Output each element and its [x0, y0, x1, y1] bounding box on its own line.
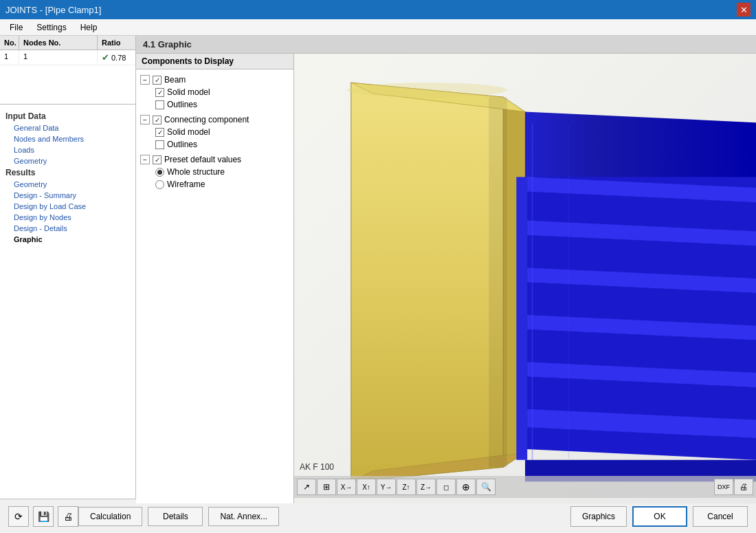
viewport-label: AK F 100: [300, 462, 334, 472]
3d-scene: [294, 54, 756, 503]
nav-design-load-case[interactable]: Design by Load Case: [0, 201, 135, 212]
vp-btn-view5[interactable]: Z→: [416, 479, 436, 495]
vp-btn-select[interactable]: ↗: [297, 479, 316, 495]
close-button[interactable]: ✕: [737, 3, 751, 17]
cancel-button[interactable]: Cancel: [693, 506, 748, 527]
connecting-label: Connecting component: [164, 115, 249, 124]
details-button[interactable]: Details: [148, 507, 203, 526]
components-panel: Components to Display − Beam Solid model: [136, 54, 294, 503]
menu-help[interactable]: Help: [74, 21, 104, 34]
preset-label: Preset default values: [164, 155, 241, 164]
cell-ratio: ✔ 0.78: [98, 50, 135, 65]
bottom-right-buttons: Graphics OK Cancel: [570, 506, 748, 527]
checkbox-connecting[interactable]: [153, 116, 162, 124]
table-row[interactable]: 1 1 ✔ 0.78: [0, 50, 135, 65]
nav-design-summary[interactable]: Design - Summary: [0, 190, 135, 201]
vp-btn-view1[interactable]: X→: [337, 479, 356, 495]
ratio-check-icon: ✔: [102, 52, 109, 63]
vp-btn-grid[interactable]: ⊞: [317, 479, 336, 495]
cell-no: 1: [0, 50, 19, 65]
tree-child-wireframe[interactable]: Wireframe: [139, 178, 291, 191]
vp-btn-view2[interactable]: X↑: [357, 479, 376, 495]
content-area: Components to Display − Beam Solid model: [136, 54, 756, 503]
checkbox-connecting-solid[interactable]: [155, 128, 164, 137]
tree-child-whole-structure[interactable]: Whole structure: [139, 166, 291, 178]
svg-marker-1: [351, 83, 504, 481]
tree-group-preset: − Preset default values Whole structure …: [139, 153, 291, 191]
expand-preset[interactable]: −: [140, 155, 150, 164]
bottom-toolbar: ⟳ 💾 🖨 Calculation Details Nat. Annex... …: [0, 499, 756, 533]
left-panel: No. Nodes No. Ratio 1 1 ✔ 0.78 Input Dat…: [0, 36, 136, 499]
connecting-outlines-label: Outlines: [167, 140, 197, 149]
vp-btn-print[interactable]: 🖨: [734, 479, 753, 495]
panel-title: 4.1 Graphic: [136, 36, 756, 54]
connecting-solid-label: Solid model: [167, 127, 210, 137]
graphics-button[interactable]: Graphics: [570, 506, 627, 527]
col-header-no: No.: [0, 36, 19, 50]
components-title: Components to Display: [136, 54, 293, 69]
save-button[interactable]: 💾: [33, 506, 54, 527]
wireframe-label: Wireframe: [167, 180, 205, 189]
vp-btn-iso[interactable]: ◻: [436, 479, 456, 495]
nav-geometry-results[interactable]: Geometry: [0, 179, 135, 190]
refresh-button[interactable]: ⟳: [8, 506, 29, 527]
whole-structure-label: Whole structure: [167, 167, 225, 177]
radio-whole-structure[interactable]: [155, 168, 164, 177]
nat-annex-button[interactable]: Nat. Annex...: [208, 507, 279, 526]
checkbox-beam[interactable]: [153, 76, 162, 85]
nav-section-input: Input Data: [0, 110, 135, 122]
nav-general-data[interactable]: General Data: [0, 122, 135, 133]
nav-design-details[interactable]: Design - Details: [0, 223, 135, 234]
menu-file[interactable]: File: [3, 21, 30, 34]
bottom-left-buttons: ⟳ 💾 🖨: [8, 506, 78, 527]
tree-parent-beam[interactable]: − Beam: [139, 74, 291, 86]
nav-section-results: Results: [0, 166, 135, 179]
nav-loads[interactable]: Loads: [0, 144, 135, 155]
tree-child-beam-outlines[interactable]: Outlines: [139, 98, 291, 111]
ratio-value: 0.78: [111, 54, 126, 62]
col-header-ratio: Ratio: [98, 36, 135, 50]
cell-nodes: 1: [19, 50, 98, 65]
tree-child-connecting-outlines[interactable]: Outlines: [139, 138, 291, 151]
calculation-button[interactable]: Calculation: [78, 507, 142, 526]
main-layout: No. Nodes No. Ratio 1 1 ✔ 0.78 Input Dat…: [0, 36, 756, 499]
print-button[interactable]: 🖨: [58, 506, 78, 527]
table-header: No. Nodes No. Ratio: [0, 36, 135, 50]
titlebar: JOINTS - [Pipe Clamp1] ✕: [0, 0, 756, 19]
beam-solid-label: Solid model: [167, 87, 210, 97]
svg-rect-21: [516, 177, 527, 459]
ok-button[interactable]: OK: [632, 506, 687, 527]
tree-group-beam: − Beam Solid model Outlines: [139, 74, 291, 111]
tree-child-connecting-solid[interactable]: Solid model: [139, 126, 291, 138]
col-header-nodes: Nodes No.: [19, 36, 98, 50]
vp-btn-zoom-out[interactable]: 🔍: [476, 479, 496, 495]
expand-connecting[interactable]: −: [140, 115, 150, 124]
checkbox-beam-solid[interactable]: [155, 88, 164, 97]
vp-btn-view3[interactable]: Y→: [377, 479, 396, 495]
checkbox-connecting-outlines[interactable]: [155, 140, 164, 149]
nav-design-nodes[interactable]: Design by Nodes: [0, 212, 135, 223]
vp-btn-view4[interactable]: Z↑: [397, 479, 416, 495]
checkbox-beam-outlines[interactable]: [155, 100, 164, 109]
right-panel: 4.1 Graphic Components to Display − Beam: [136, 36, 756, 499]
menu-settings[interactable]: Settings: [30, 21, 73, 34]
svg-rect-24: [489, 97, 507, 467]
tree-child-beam-solid[interactable]: Solid model: [139, 86, 291, 98]
vp-btn-dxf[interactable]: DXF: [714, 479, 733, 495]
svg-marker-6: [525, 111, 756, 188]
nav-graphic[interactable]: Graphic: [0, 234, 135, 245]
tree-group-connecting: − Connecting component Solid model Outli…: [139, 113, 291, 151]
viewport[interactable]: AK F 100 ↗ ⊞ X→ X↑ Y→ Z↑ Z→ ◻ ⊕ 🔍 DXF 🖨: [294, 54, 756, 503]
nav-nodes-members[interactable]: Nodes and Members: [0, 133, 135, 144]
table-area: No. Nodes No. Ratio 1 1 ✔ 0.78: [0, 36, 135, 105]
radio-wireframe[interactable]: [155, 180, 164, 189]
vp-btn-zoom-fit[interactable]: ⊕: [456, 479, 476, 495]
tree-parent-connecting[interactable]: − Connecting component: [139, 113, 291, 126]
checkbox-preset[interactable]: [153, 155, 162, 164]
table-body: 1 1 ✔ 0.78: [0, 50, 135, 65]
beam-label: Beam: [164, 75, 186, 85]
svg-point-4: [348, 83, 507, 97]
nav-geometry-input[interactable]: Geometry: [0, 155, 135, 166]
tree-parent-preset[interactable]: − Preset default values: [139, 153, 291, 166]
expand-beam[interactable]: −: [140, 75, 150, 85]
